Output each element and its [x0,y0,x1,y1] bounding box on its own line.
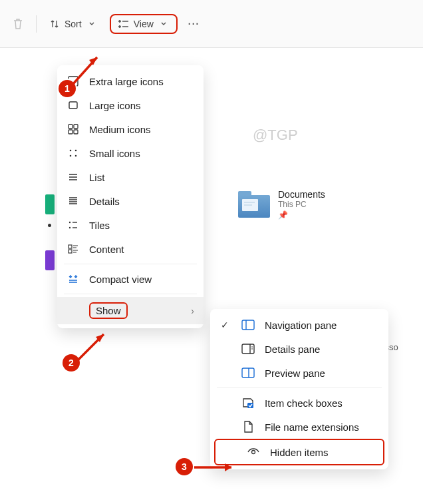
svg-rect-19 [247,403,253,408]
svg-point-12 [69,222,70,223]
tiles-icon [67,218,80,232]
view-menu-item-large-icons[interactable]: Large icons [57,93,204,117]
pin-icon: 📌 [278,210,325,220]
sort-button[interactable]: Sort [42,14,104,34]
svg-point-0 [118,20,120,22]
navigation-pane-icon [241,318,255,332]
menu-item-label: Hidden items [270,447,374,458]
svg-point-9 [75,150,77,152]
folder-location: This PC [278,200,325,209]
view-menu-item-show[interactable]: Show › [57,297,204,324]
menu-item-label: Item check boxes [265,397,379,409]
menu-item-label: Large icons [89,100,194,111]
divider [36,15,37,33]
content-icon [67,242,80,256]
show-item-details-pane[interactable]: Details pane [210,337,388,361]
menu-item-label: Preview pane [265,368,379,379]
check-icon: ✓ [218,320,231,330]
svg-rect-14 [69,245,72,248]
trash-icon [12,18,24,30]
chevron-right-icon: › [191,306,194,316]
folder-tile-documents[interactable]: Documents This PC 📌 [238,189,325,220]
show-item-check-boxes[interactable]: Item check boxes [210,391,388,415]
more-button[interactable]: ··· [183,16,206,32]
show-submenu: ✓ Navigation pane Details pane Preview p… [210,309,388,469]
folder-name: Documents [278,189,325,200]
divider [64,264,197,264]
menu-item-label: File name extensions [265,421,379,433]
view-icon [118,18,130,30]
svg-rect-15 [69,250,72,253]
view-menu-item-content[interactable]: Content [57,237,204,261]
svg-rect-16 [242,320,254,330]
checkboxes-icon [241,396,255,409]
toolbar: Sort View ··· [0,0,423,48]
view-menu-item-details[interactable]: Details [57,189,204,213]
svg-marker-26 [225,463,231,471]
menu-item-label: Tiles [89,220,194,231]
compact-view-icon [67,272,80,286]
divider [64,294,197,294]
svg-point-1 [118,25,120,27]
menu-item-label: Details [89,196,194,207]
menu-item-label: Small icons [89,148,194,159]
small-icons-icon [67,146,80,160]
annotation-arrow [193,461,239,474]
delete-button[interactable] [5,14,31,34]
show-item-preview-pane[interactable]: Preview pane [210,361,388,385]
folder-icon [238,191,270,218]
show-item-navigation-pane[interactable]: ✓ Navigation pane [210,313,388,337]
menu-item-label: Details pane [265,344,379,355]
folder-meta: Documents This PC 📌 [278,189,325,220]
svg-rect-18 [242,368,254,378]
preview-pane-icon [241,366,255,379]
sort-icon [49,18,61,30]
svg-point-20 [252,451,255,454]
svg-point-8 [70,150,72,152]
sidebar-stub [45,194,55,214]
annotation-arrow [74,329,112,364]
details-icon [67,194,80,208]
annotation-badge-3: 3 [176,458,193,475]
svg-point-10 [70,155,72,157]
view-label: View [134,19,154,29]
chevron-down-icon [86,18,98,30]
show-item-hidden-items[interactable]: Hidden items [214,439,384,465]
watermark: @TGP [253,126,298,144]
svg-rect-3 [69,102,77,109]
chevron-down-icon [158,18,170,30]
view-button[interactable]: View [110,14,178,34]
annotation-arrow [69,51,106,88]
svg-rect-4 [69,125,72,128]
view-menu-item-tiles[interactable]: Tiles [57,213,204,237]
file-icon [241,420,255,433]
medium-icons-icon [67,123,80,136]
svg-point-13 [69,227,70,228]
view-menu: Extra large icons Large icons Medium ico… [57,65,204,328]
view-menu-item-list[interactable]: List [57,165,204,189]
large-icons-icon [67,99,80,112]
view-menu-item-small-icons[interactable]: Small icons [57,141,204,165]
details-pane-icon [241,342,255,356]
svg-point-11 [75,155,77,157]
view-menu-item-compact-view[interactable]: Compact view [57,267,204,291]
svg-rect-7 [74,130,78,134]
eye-icon [246,445,261,459]
menu-item-label: Navigation pane [265,320,379,331]
menu-item-label: Compact view [89,274,194,285]
svg-rect-6 [69,130,72,134]
menu-item-label: Content [89,244,194,255]
selected-dot-icon [48,224,51,227]
view-menu-item-medium-icons[interactable]: Medium icons [57,117,204,141]
sort-label: Sort [65,19,82,29]
show-item-file-extensions[interactable]: File name extensions [210,415,388,439]
menu-item-label: List [89,172,194,183]
divider [217,387,382,388]
sidebar-stub [45,250,55,270]
menu-item-label: Show [89,302,128,319]
list-icon [67,170,80,184]
menu-item-label: Medium icons [89,124,194,135]
svg-rect-5 [74,125,78,128]
